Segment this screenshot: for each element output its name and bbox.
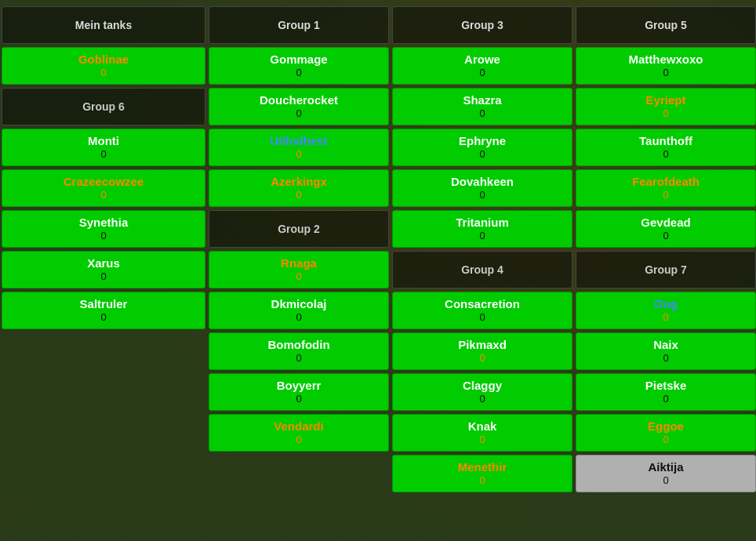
cell-r7-c0 — [2, 332, 205, 370]
player-name: Doucherocket — [260, 93, 338, 107]
player-name: Eggoe — [648, 419, 684, 434]
player-name: Tritanium — [456, 216, 509, 230]
player-score: 0 — [296, 270, 301, 283]
cell-r10-c3: Aiktija0 — [576, 455, 756, 492]
cell-r8-c3: Pietske0 — [576, 373, 756, 411]
player-score: 0 — [663, 230, 668, 242]
cell-r10-c1 — [209, 455, 389, 492]
cell-r8-c2: Claggy0 — [392, 373, 572, 411]
cell-r5-c1: Rnaga0 — [209, 251, 389, 289]
cell-r5-c2: Group 4 — [392, 251, 572, 289]
player-score: 0 — [479, 352, 485, 365]
player-score: 0 — [663, 393, 668, 405]
player-name: Aiktija — [648, 460, 683, 474]
player-name: Vendardi — [274, 419, 323, 434]
cell-r7-c3: Naix0 — [576, 332, 756, 370]
player-score: 0 — [100, 230, 106, 242]
cell-r0-c0: Goblinae0 — [2, 47, 205, 85]
cell-r2-c3: Taunthoff0 — [576, 129, 756, 166]
player-name: Bomofodin — [267, 338, 329, 352]
player-score: 0 — [479, 107, 485, 120]
player-score: 0 — [296, 189, 301, 202]
player-score: 0 — [100, 67, 106, 79]
player-score: 0 — [296, 107, 301, 120]
group-label: Group 4 — [461, 263, 503, 276]
player-score: 0 — [100, 189, 106, 202]
player-name: Fearofdeath — [632, 175, 700, 189]
cell-r4-c0: Synethia0 — [2, 210, 205, 248]
cell-r2-c2: Ephryne0 — [392, 129, 572, 166]
player-score: 0 — [100, 148, 106, 161]
cell-r2-c1: Utilodhest0 — [209, 129, 389, 166]
cell-r0-c2: Arowe0 — [392, 47, 572, 85]
player-name: Eyriept — [646, 93, 686, 107]
player-score: 0 — [663, 107, 668, 120]
player-score: 0 — [479, 189, 485, 202]
cell-r4-c1: Group 2 — [209, 210, 389, 248]
group-label: Group 6 — [82, 100, 125, 113]
player-name: Pikmaxd — [458, 338, 507, 352]
col3-header: Group 3 — [392, 6, 572, 44]
player-score: 0 — [663, 67, 668, 79]
cell-r6-c1: Dkmicolaj0 — [209, 292, 389, 329]
player-score: 0 — [296, 148, 301, 161]
player-name: Gevdead — [641, 216, 690, 230]
cell-r10-c0 — [2, 455, 205, 492]
group-label: Group 7 — [645, 263, 687, 276]
player-name: Crazeecowzee — [64, 175, 144, 189]
cell-r6-c3: Oog0 — [576, 292, 756, 329]
cell-r8-c0 — [2, 373, 205, 411]
player-name: Menethir — [458, 460, 507, 474]
player-score: 0 — [479, 148, 485, 161]
cell-r6-c2: Consacretion0 — [392, 292, 572, 329]
player-score: 0 — [296, 352, 301, 365]
cell-r4-c3: Gevdead0 — [576, 210, 756, 248]
cell-r3-c1: Azerkingx0 — [209, 169, 389, 207]
col2-header: Group 1 — [209, 6, 389, 44]
cell-r7-c2: Pikmaxd0 — [392, 332, 572, 370]
main-grid: Mein tanksGroup 1Group 3Group 5Goblinae0… — [2, 6, 754, 492]
cell-r5-c0: Xarus0 — [2, 251, 205, 289]
cell-r10-c2: Menethir0 — [392, 455, 572, 492]
player-name: Goblinae — [78, 53, 129, 67]
player-name: Consacretion — [445, 297, 520, 311]
player-score: 0 — [479, 230, 485, 242]
player-score: 0 — [663, 474, 668, 487]
col1-header-text: Mein tanks — [75, 19, 132, 31]
player-name: Dkmicolaj — [271, 297, 327, 311]
cell-r3-c0: Crazeecowzee0 — [2, 169, 205, 207]
cell-r2-c0: Monti0 — [2, 129, 205, 166]
player-score: 0 — [663, 311, 668, 324]
col1-header: Mein tanks — [2, 6, 205, 44]
player-score: 0 — [663, 189, 668, 202]
player-name: Boyyerr — [277, 379, 322, 393]
player-score: 0 — [479, 67, 485, 79]
player-score: 0 — [663, 148, 668, 161]
cell-r9-c2: Knak0 — [392, 414, 572, 452]
cell-r9-c0 — [2, 414, 205, 452]
cell-r0-c1: Gommage0 — [209, 47, 389, 85]
cell-r1-c1: Doucherocket0 — [209, 88, 389, 125]
player-score: 0 — [296, 67, 301, 79]
player-name: Azerkingx — [271, 175, 327, 189]
group-label: Group 2 — [278, 223, 320, 235]
player-score: 0 — [296, 393, 301, 405]
player-score: 0 — [479, 434, 485, 446]
cell-r4-c2: Tritanium0 — [392, 210, 572, 248]
player-name: Knak — [468, 419, 497, 434]
player-score: 0 — [100, 311, 106, 324]
player-name: Arowe — [464, 53, 500, 67]
player-score: 0 — [296, 434, 301, 446]
player-score: 0 — [663, 434, 668, 446]
cell-r5-c3: Group 7 — [576, 251, 756, 289]
cell-r7-c1: Bomofodin0 — [209, 332, 389, 370]
cell-r0-c3: Matthewxoxo0 — [576, 47, 756, 85]
cell-r8-c1: Boyyerr0 — [209, 373, 389, 411]
cell-r9-c1: Vendardi0 — [209, 414, 389, 452]
player-name: Saltruler — [80, 297, 128, 311]
player-name: Dovahkeen — [451, 175, 514, 189]
col4-header-text: Group 5 — [645, 19, 687, 31]
player-name: Xarus — [87, 256, 120, 270]
player-name: Taunthoff — [639, 134, 692, 148]
player-name: Shazra — [463, 93, 501, 107]
